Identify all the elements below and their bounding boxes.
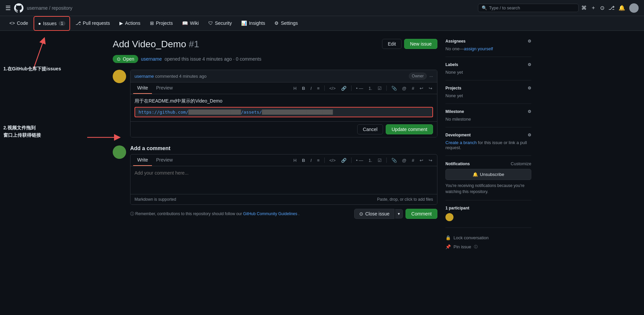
reminder-text: ⓘ bbox=[130, 211, 135, 216]
ref-btn[interactable]: # bbox=[410, 84, 416, 92]
unordered-list-btn[interactable]: • — bbox=[354, 84, 365, 92]
repo-path[interactable]: username / repository bbox=[27, 5, 72, 11]
bold-btn[interactable]: B bbox=[300, 84, 307, 92]
issue-title: Add Video_Demo #1 bbox=[113, 39, 199, 50]
add-undo-btn[interactable]: ↩ bbox=[418, 156, 425, 164]
add-mention-btn[interactable]: @ bbox=[400, 156, 409, 164]
add-list-btn[interactable]: ≡ bbox=[315, 156, 322, 164]
assignees-gear-icon[interactable]: ⚙ bbox=[528, 39, 531, 44]
code-btn[interactable]: </> bbox=[327, 84, 338, 92]
update-comment-button[interactable]: Update comment bbox=[386, 124, 433, 134]
issue-submitter: username bbox=[141, 56, 162, 62]
add-comment-box: Write Preview H B I ≡ </> bbox=[130, 154, 437, 205]
issue-header: Add Video_Demo #1 Edit New issue bbox=[113, 39, 437, 50]
add-preview-tab[interactable]: Preview bbox=[152, 154, 177, 166]
nav-insights[interactable]: 📊 Insights bbox=[237, 16, 269, 31]
svg-line-0 bbox=[34, 40, 44, 69]
nav-security[interactable]: 🛡 Security bbox=[204, 16, 236, 31]
editor-area: Write Preview H B I ≡ </ bbox=[130, 82, 437, 137]
close-icon: ⊙ bbox=[359, 211, 363, 216]
nav-projects[interactable]: ⊞ Projects bbox=[146, 16, 177, 31]
write-tab[interactable]: Write bbox=[133, 82, 152, 94]
redo-btn[interactable]: ↪ bbox=[427, 84, 434, 92]
development-gear-icon[interactable]: ⚙ bbox=[528, 133, 531, 137]
search-bar[interactable]: 🔍 Type / to search bbox=[478, 4, 579, 12]
add-bold-btn[interactable]: B bbox=[300, 156, 307, 164]
user-avatar[interactable] bbox=[629, 3, 639, 13]
labels-header: Labels ⚙ bbox=[445, 62, 531, 67]
open-label: Open bbox=[123, 56, 134, 62]
issues-icon[interactable]: ⊙ bbox=[600, 5, 604, 11]
more-options-button[interactable]: ··· bbox=[429, 74, 433, 79]
close-issue-label: Close issue bbox=[365, 211, 389, 216]
pin-issue-action[interactable]: 📌 Pin issue ⓘ bbox=[445, 242, 531, 251]
nav-wiki[interactable]: 📖 Wiki bbox=[178, 16, 203, 31]
ordered-list-btn[interactable]: 1. bbox=[367, 84, 374, 92]
community-guidelines-link[interactable]: GitHub Community Guidelines bbox=[243, 211, 297, 216]
lock-conversation-action[interactable]: 🔒 Lock conversation bbox=[445, 233, 531, 242]
pin-info-icon: ⓘ bbox=[474, 244, 478, 249]
code-icon: <> bbox=[9, 20, 15, 26]
comment-textarea[interactable] bbox=[130, 166, 437, 193]
toolbar-sep2 bbox=[351, 85, 352, 91]
add-link-btn[interactable]: 🔗 bbox=[339, 156, 348, 164]
create-branch-link[interactable]: Create a branch bbox=[445, 140, 477, 145]
edit-button[interactable]: Edit bbox=[382, 39, 401, 49]
projects-icon: ⊞ bbox=[150, 20, 154, 26]
commenter-name: username bbox=[135, 74, 154, 79]
notifications-header: Notifications Customize bbox=[445, 161, 531, 166]
milestone-gear-icon[interactable]: ⚙ bbox=[528, 109, 531, 114]
close-issue-dropdown[interactable]: ▾ bbox=[395, 209, 403, 218]
notifications-icon[interactable]: 🔔 bbox=[619, 5, 625, 11]
add-task-btn[interactable]: ☑ bbox=[376, 156, 384, 164]
add-write-tab[interactable]: Write bbox=[133, 154, 152, 166]
add-code-btn[interactable]: </> bbox=[327, 156, 338, 164]
new-issue-button[interactable]: New issue bbox=[404, 39, 437, 49]
editor-toolbar: H B I ≡ </> 🔗 • — 1. bbox=[291, 83, 434, 93]
nav-settings[interactable]: ⚙ Settings bbox=[270, 16, 302, 31]
pr-icon[interactable]: ⎇ bbox=[608, 5, 614, 11]
toolbar-sep3 bbox=[386, 85, 387, 91]
editor-body[interactable]: 用于在README.md中展示的Video_Demo https://githu… bbox=[130, 94, 437, 121]
italic-btn[interactable]: I bbox=[309, 84, 314, 92]
assign-self-link[interactable]: assign yourself bbox=[464, 46, 493, 51]
projects-gear-icon[interactable]: ⚙ bbox=[528, 86, 531, 90]
add-ol-btn[interactable]: 1. bbox=[367, 156, 374, 164]
link-btn[interactable]: 🔗 bbox=[339, 84, 348, 92]
cancel-button[interactable]: Cancel bbox=[357, 124, 383, 134]
repo-nav: <> Code ● Issues 1 ⎇ Pull requests ▶ Act… bbox=[0, 16, 644, 31]
task-list-btn[interactable]: ☑ bbox=[376, 84, 384, 92]
list-btn[interactable]: ≡ bbox=[315, 84, 322, 92]
close-issue-button[interactable]: ⊙ Close issue bbox=[354, 209, 394, 219]
hamburger-icon[interactable]: ☰ bbox=[5, 4, 11, 12]
add-attach-btn[interactable]: 📎 bbox=[389, 156, 399, 164]
assignees-header: Assignees ⚙ bbox=[445, 39, 531, 44]
pin-icon: 📌 bbox=[445, 244, 451, 249]
command-palette-icon[interactable]: ⌘ bbox=[581, 5, 587, 11]
nav-code[interactable]: <> Code bbox=[5, 16, 32, 31]
add-ul-btn[interactable]: • — bbox=[354, 156, 365, 164]
nav-projects-label: Projects bbox=[156, 20, 173, 26]
nav-code-label: Code bbox=[17, 20, 28, 26]
undo-btn[interactable]: ↩ bbox=[418, 84, 425, 92]
comment-button[interactable]: Comment bbox=[406, 209, 437, 219]
unsubscribe-button[interactable]: 🔔 Unsubscribe bbox=[445, 169, 531, 180]
attach-btn[interactable]: 📎 bbox=[389, 84, 399, 92]
github-logo-icon bbox=[13, 3, 24, 13]
preview-tab[interactable]: Preview bbox=[152, 82, 177, 94]
mention-btn[interactable]: @ bbox=[400, 84, 409, 92]
add-italic-btn[interactable]: I bbox=[309, 156, 314, 164]
plus-icon[interactable]: ＋ bbox=[591, 4, 596, 11]
nav-actions[interactable]: ▶ Actions bbox=[115, 16, 145, 31]
add-ref-btn[interactable]: # bbox=[410, 156, 416, 164]
nav-issues[interactable]: ● Issues 1 bbox=[34, 16, 70, 31]
labels-gear-icon[interactable]: ⚙ bbox=[528, 62, 531, 67]
pr-nav-icon: ⎇ bbox=[75, 20, 81, 26]
add-heading-btn[interactable]: H bbox=[291, 156, 299, 164]
heading-btn[interactable]: H bbox=[291, 84, 299, 92]
customize-label[interactable]: Customize bbox=[511, 161, 531, 166]
insights-icon: 📊 bbox=[241, 20, 247, 26]
nav-pullrequests[interactable]: ⎇ Pull requests bbox=[71, 16, 114, 31]
add-redo-btn[interactable]: ↪ bbox=[427, 156, 434, 164]
close-btn-group: ⊙ Close issue ▾ bbox=[354, 209, 403, 219]
